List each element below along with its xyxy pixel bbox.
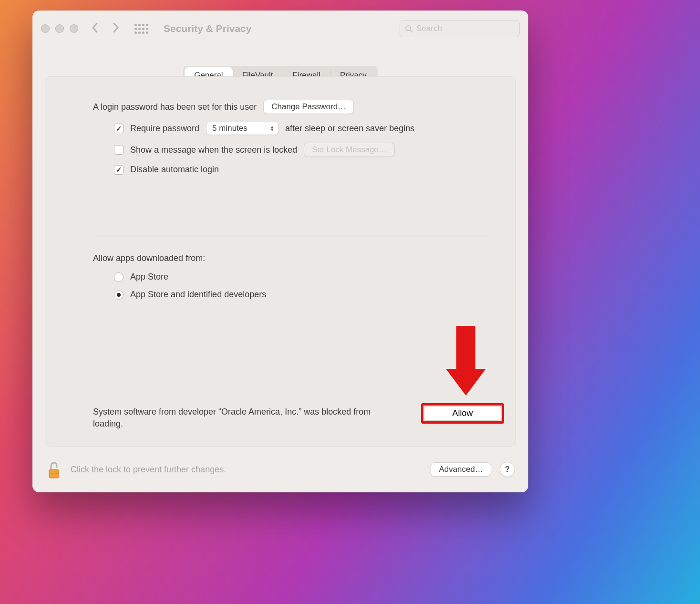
login-password-intro: A login password has been set for this u… bbox=[93, 102, 257, 112]
blocked-software-message: System software from developer “Oracle A… bbox=[93, 406, 389, 430]
allow-app-store-label: App Store bbox=[130, 272, 168, 282]
change-password-button[interactable]: Change Password… bbox=[263, 100, 354, 114]
forward-button[interactable] bbox=[109, 22, 123, 35]
preferences-window: Security & Privacy General FileVault Fir… bbox=[32, 10, 528, 492]
stepper-icon: ▲▼ bbox=[270, 125, 274, 131]
require-password-delay-value: 5 minutes bbox=[212, 124, 247, 133]
close-window-button[interactable] bbox=[41, 24, 50, 33]
after-sleep-label: after sleep or screen saver begins bbox=[285, 124, 414, 134]
search-icon bbox=[405, 25, 412, 32]
lock-status-text: Click the lock to prevent further change… bbox=[71, 465, 422, 475]
search-input[interactable] bbox=[415, 23, 515, 34]
window-title: Security & Privacy bbox=[164, 23, 251, 34]
show-all-preferences-icon[interactable] bbox=[134, 24, 148, 34]
disable-automatic-login-label: Disable automatic login bbox=[130, 165, 219, 175]
require-password-label: Require password bbox=[130, 124, 199, 134]
require-password-checkbox[interactable] bbox=[114, 124, 124, 133]
back-button[interactable] bbox=[88, 22, 102, 35]
advanced-button[interactable]: Advanced… bbox=[431, 462, 491, 477]
allow-apps-title: Allow apps downloaded from: bbox=[93, 253, 487, 263]
show-lock-message-label: Show a message when the screen is locked bbox=[130, 145, 297, 155]
window-footer: Click the lock to prevent further change… bbox=[32, 447, 528, 492]
minimize-window-button[interactable] bbox=[55, 24, 64, 33]
svg-line-1 bbox=[410, 30, 412, 32]
zoom-window-button[interactable] bbox=[70, 24, 78, 33]
help-button[interactable]: ? bbox=[500, 462, 515, 477]
allow-identified-developers-radio[interactable] bbox=[114, 290, 124, 300]
allow-identified-developers-label: App Store and identified developers bbox=[130, 290, 266, 300]
panel-divider bbox=[93, 237, 487, 237]
allow-system-software-button[interactable]: Allow bbox=[424, 406, 501, 421]
require-password-delay-popup[interactable]: 5 minutes ▲▼ bbox=[206, 122, 278, 135]
annotation-arrow-icon bbox=[446, 326, 484, 402]
window-titlebar: Security & Privacy bbox=[32, 10, 528, 47]
allow-app-store-radio[interactable] bbox=[114, 272, 124, 282]
show-lock-message-checkbox[interactable] bbox=[114, 145, 124, 155]
set-lock-message-button[interactable]: Set Lock Message… bbox=[304, 143, 395, 157]
lock-icon[interactable] bbox=[46, 459, 62, 480]
search-field[interactable] bbox=[400, 20, 520, 37]
window-controls bbox=[41, 24, 78, 33]
disable-automatic-login-checkbox[interactable] bbox=[114, 165, 124, 175]
